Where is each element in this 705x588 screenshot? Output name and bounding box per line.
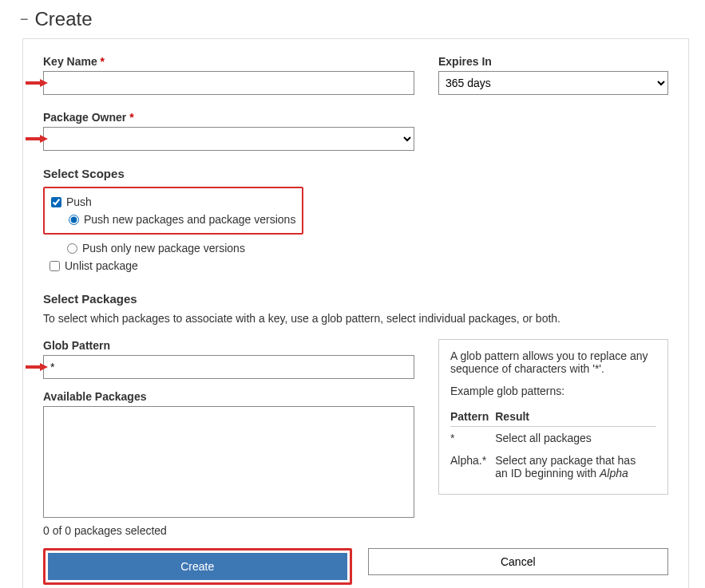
glob-help-panel: A glob pattern allows you to replace any… xyxy=(438,339,668,495)
expires-in-label: Expires In xyxy=(438,55,668,68)
available-packages-list[interactable] xyxy=(43,406,414,518)
push-only-label: Push only new package versions xyxy=(82,242,245,255)
select-scopes-heading: Select Scopes xyxy=(43,167,668,180)
unlist-label: Unlist package xyxy=(65,259,138,272)
expires-in-select[interactable]: 365 days xyxy=(438,71,668,95)
required-indicator: * xyxy=(101,55,105,68)
key-name-label: Key Name * xyxy=(43,55,414,68)
create-button[interactable]: Create xyxy=(48,553,347,580)
cancel-button[interactable]: Cancel xyxy=(368,548,669,575)
table-row: * Select all packages xyxy=(450,427,656,450)
package-owner-label: Package Owner * xyxy=(43,111,414,124)
table-row: Alpha.* Select any package that has an I… xyxy=(450,449,656,484)
pattern-col-header: Pattern xyxy=(450,407,495,427)
key-name-input[interactable] xyxy=(43,71,414,95)
push-label: Push xyxy=(66,195,92,208)
packages-selected-status: 0 of 0 packages selected xyxy=(43,524,668,537)
unlist-checkbox[interactable] xyxy=(50,261,60,271)
collapse-icon[interactable]: − xyxy=(20,12,29,26)
available-packages-label: Available Packages xyxy=(43,390,414,403)
glob-help-intro: A glob pattern allows you to replace any… xyxy=(450,349,656,375)
page-title: Create xyxy=(35,8,93,30)
push-checkbox[interactable] xyxy=(51,197,61,207)
glob-pattern-label: Glob Pattern xyxy=(43,339,414,352)
glob-pattern-input[interactable] xyxy=(43,355,414,379)
push-new-radio[interactable] xyxy=(69,215,79,225)
annotation-highlight-box: Push Push new packages and package versi… xyxy=(43,187,303,235)
create-form-panel: Key Name * Expires In 365 days Package O… xyxy=(22,38,689,588)
glob-pattern-table: Pattern Result * Select all packages Alp… xyxy=(450,407,656,484)
package-owner-select[interactable] xyxy=(43,127,414,151)
glob-help-examples-label: Example glob patterns: xyxy=(450,385,656,397)
push-new-label: Push new packages and package versions xyxy=(84,213,295,226)
required-indicator: * xyxy=(129,111,133,124)
select-packages-heading: Select Packages xyxy=(43,292,668,306)
annotation-highlight-box: Create xyxy=(43,548,352,585)
result-col-header: Result xyxy=(495,407,656,427)
push-only-radio[interactable] xyxy=(67,243,77,254)
select-packages-desc: To select which packages to associate wi… xyxy=(43,312,668,325)
